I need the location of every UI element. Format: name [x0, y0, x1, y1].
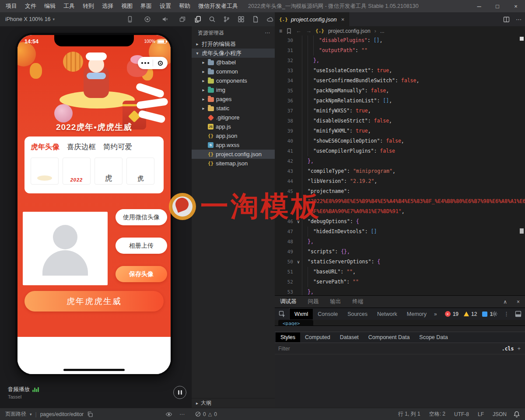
explorer-item-common[interactable]: ▸common	[192, 67, 275, 76]
code-line-49[interactable]: 49"scripts": {},	[275, 247, 525, 257]
code-line-48[interactable]: 48},	[275, 237, 525, 247]
fold-icon[interactable]: ∨	[295, 257, 302, 267]
code-line-wrap[interactable]: "2022%E8%99%8E%E5%B9%B4%E5%A4%B4%E5%83%8…	[275, 196, 525, 206]
code-line-30[interactable]: 30"disablePlugins": [],	[275, 35, 525, 46]
code-line-50[interactable]: 50∨"staticServerOptions": {	[275, 257, 525, 267]
status-item-4[interactable]: JSON	[493, 411, 507, 417]
explorer-item-@babel[interactable]: ▸@babel	[192, 58, 275, 67]
element-tree-row[interactable]: <page>	[275, 320, 525, 326]
menu-item-3[interactable]: 工具	[60, 2, 79, 10]
explorer-item-project.config.json[interactable]: {}project.config.json	[192, 150, 275, 159]
status-item-1[interactable]: 空格: 2	[429, 410, 445, 418]
styles-tab-Styles[interactable]: Styles	[276, 332, 300, 342]
back-icon[interactable]: ←	[296, 28, 301, 34]
panel-tab-调试器[interactable]: 调试器	[280, 298, 297, 305]
mute-icon[interactable]	[161, 15, 169, 23]
styles-tab-Component Data[interactable]: Component Data	[364, 332, 415, 342]
code-line-53[interactable]: 53},	[275, 287, 525, 295]
code-line-47[interactable]: 47"hidedInDevtools": []	[275, 227, 525, 237]
dock-icon[interactable]	[515, 311, 522, 317]
code-line-36[interactable]: 36"packNpmRelationList": [],	[275, 96, 525, 106]
avatar-thumb-4[interactable]: 虎	[126, 158, 154, 185]
add-style-icon[interactable]: +	[517, 345, 521, 352]
panel-tab-输出[interactable]: 输出	[330, 298, 341, 305]
avatar-thumb-2[interactable]: 2022	[63, 158, 91, 185]
close-panel-icon[interactable]: ×	[517, 299, 520, 305]
devtools-tab-Console[interactable]: Console	[313, 309, 343, 319]
tab-close-icon[interactable]: ×	[341, 16, 345, 23]
code-line-32[interactable]: 32},	[275, 56, 525, 66]
layout-grid-icon[interactable]	[237, 15, 245, 23]
capsule-close-icon[interactable]	[153, 61, 168, 66]
code-line-51[interactable]: 51"baseURL": "",	[275, 267, 525, 277]
button-使用微信头像[interactable]: 使用微信头像	[116, 209, 167, 225]
eye-icon[interactable]	[165, 408, 172, 420]
panel-tab-终端[interactable]: 终端	[353, 298, 364, 305]
code-line-35[interactable]: 35"packNpmManually": false,	[275, 86, 525, 96]
code-line-41[interactable]: 41"useCompilerPlugins": false	[275, 146, 525, 156]
page-path-value[interactable]: pages/editor/editor	[40, 411, 84, 417]
cloud-icon[interactable]	[266, 15, 274, 23]
split-editor-icon[interactable]	[503, 16, 510, 23]
panel-tab-问题[interactable]: 问题	[308, 298, 319, 305]
code-line-45[interactable]: 45"projectname":	[275, 186, 525, 196]
record-icon[interactable]	[144, 15, 151, 23]
multi-window-icon[interactable]	[178, 15, 186, 23]
menu-item-9[interactable]: 帮助	[175, 2, 194, 10]
explorer-item-sitemap.json[interactable]: {}sitemap.json	[192, 159, 275, 168]
code-line-42[interactable]: 42},	[275, 156, 525, 166]
code-line-33[interactable]: 33"useIsolateContext": true,	[275, 66, 525, 76]
card-tab-虎年头像[interactable]: 虎年头像	[31, 142, 60, 152]
filter-input[interactable]	[275, 346, 502, 352]
menu-item-0[interactable]: 项目	[2, 2, 21, 10]
devtools-tab-Sources[interactable]: Sources	[343, 309, 372, 319]
code-line-43[interactable]: 43"compileType": "miniprogram",	[275, 166, 525, 176]
search-icon[interactable]	[208, 15, 216, 23]
styles-tab-Scope Data[interactable]: Scope Data	[414, 332, 452, 342]
forward-icon[interactable]: →	[306, 28, 312, 34]
close-button[interactable]: ×	[507, 0, 525, 12]
menu-item-8[interactable]: 设置	[156, 2, 175, 10]
button-保存头像[interactable]: 保存头像	[116, 266, 167, 282]
list-icon[interactable]: ≡	[279, 28, 282, 34]
menu-item-2[interactable]: 编辑	[40, 2, 60, 10]
more-actions-icon[interactable]: ⋯	[516, 16, 522, 23]
avatar-thumb-1[interactable]	[31, 158, 59, 185]
copy-icon[interactable]	[87, 411, 93, 417]
issue-badges[interactable]: × 19 12 1	[445, 311, 493, 317]
styles-tab-Computed[interactable]: Computed	[300, 332, 335, 342]
explorer-more-icon[interactable]: ⋯	[265, 30, 270, 36]
outline-section[interactable]: ▸ 大纲	[192, 398, 275, 408]
devtools-tab-Wxml[interactable]: Wxml	[290, 309, 313, 319]
bookmark-icon[interactable]	[286, 28, 292, 34]
avatar-thumb-3[interactable]: 虎	[94, 158, 122, 185]
explorer-item-static[interactable]: ▸static	[192, 104, 275, 113]
explorer-item-pages[interactable]: ▸pages	[192, 94, 275, 104]
gear-icon[interactable]	[491, 311, 498, 317]
code-line-39[interactable]: 39"minifyWXML": true,	[275, 126, 525, 136]
menu-item-1[interactable]: 文件	[21, 2, 40, 10]
status-item-3[interactable]: LF	[478, 411, 484, 417]
devtools-tab-Network[interactable]: Network	[372, 309, 402, 319]
styles-tab-Dataset[interactable]: Dataset	[335, 332, 364, 342]
menu-item-6[interactable]: 视图	[117, 2, 136, 10]
card-tab-喜庆边框[interactable]: 喜庆边框	[67, 142, 96, 152]
bell-icon[interactable]	[514, 408, 520, 420]
explorer-item-.gitignore[interactable]: .gitignore	[192, 113, 275, 122]
explorer-item-img[interactable]: ▸img	[192, 85, 275, 94]
selected-element[interactable]: <page>	[278, 320, 313, 326]
code-line-34[interactable]: 34"userConfirmedBundleSwitch": false,	[275, 76, 525, 86]
maximize-button[interactable]: □	[488, 0, 507, 12]
more-tabs-icon[interactable]: »	[434, 311, 437, 317]
cls-toggle[interactable]: .cls	[502, 346, 514, 352]
compile-icon[interactable]	[194, 15, 202, 23]
problems-group[interactable]: 0 △ 0	[195, 408, 217, 420]
fold-icon[interactable]: ∨	[295, 217, 302, 227]
explorer-item-app.json[interactable]: {}app.json	[192, 131, 275, 140]
status-more-icon[interactable]: ⋯	[179, 408, 185, 420]
explorer-item-虎年头像小程序[interactable]: ▾虎年头像小程序	[192, 49, 275, 58]
code-line-40[interactable]: 40"showES6CompileOption": false,	[275, 136, 525, 146]
menu-item-5[interactable]: 选择	[98, 2, 117, 10]
menu-item-7[interactable]: 界面	[136, 2, 156, 10]
menu-item-4[interactable]: 转到	[79, 2, 98, 10]
